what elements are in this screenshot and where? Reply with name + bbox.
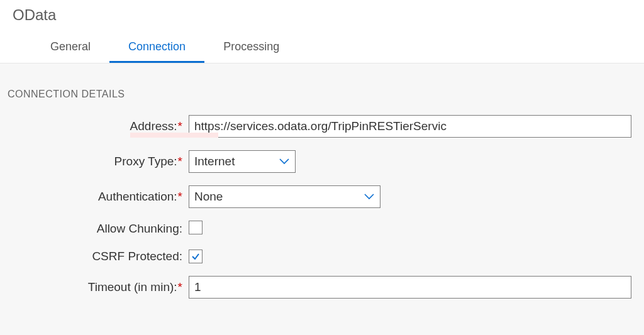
page-title: OData (13, 6, 631, 24)
required-indicator: * (178, 190, 182, 203)
authentication-value: None (194, 190, 223, 204)
proxy-type-select[interactable]: Internet (189, 150, 296, 173)
required-indicator: * (178, 280, 182, 294)
allow-chunking-checkbox[interactable] (189, 221, 203, 234)
tab-general[interactable]: General (31, 35, 109, 63)
required-indicator: * (178, 155, 182, 168)
timeout-input[interactable] (189, 276, 631, 299)
allow-chunking-label: Allow Chunking: (97, 222, 182, 235)
required-indicator: * (178, 119, 182, 133)
authentication-label: Authentication: (98, 190, 177, 203)
section-title: CONNECTION DETAILS (8, 89, 631, 100)
csrf-protected-checkbox[interactable] (189, 250, 203, 263)
tab-bar: General Connection Processing (13, 35, 631, 63)
timeout-label: Timeout (in min): (88, 280, 177, 294)
tab-connection[interactable]: Connection (109, 35, 204, 63)
proxy-type-label: Proxy Type: (114, 155, 177, 168)
proxy-type-value: Internet (194, 155, 235, 168)
tab-processing[interactable]: Processing (204, 35, 298, 63)
connection-panel: CONNECTION DETAILS Address:* Proxy Type:… (0, 63, 644, 335)
authentication-select[interactable]: None (189, 185, 380, 208)
address-input[interactable] (189, 115, 631, 138)
address-label: Address: (130, 119, 177, 133)
csrf-protected-label: CSRF Protected: (92, 250, 182, 263)
